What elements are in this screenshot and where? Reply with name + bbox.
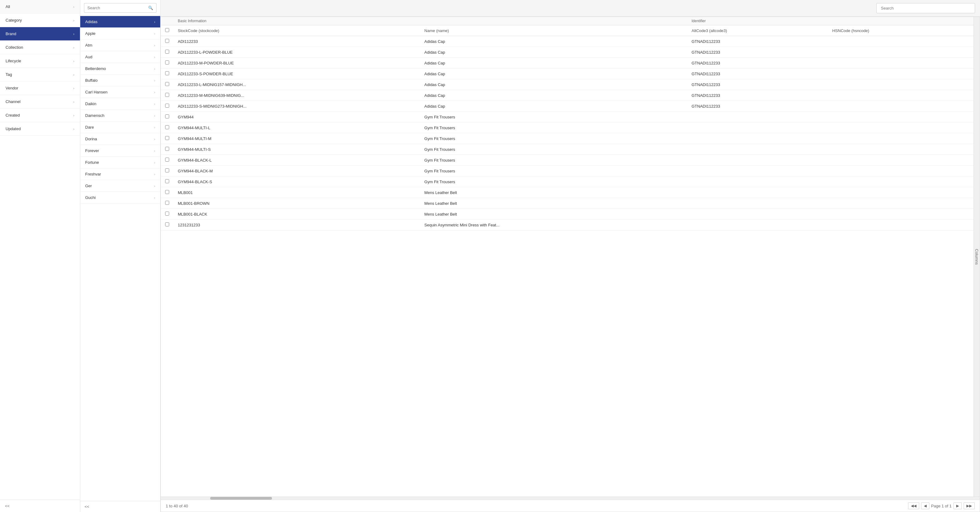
brand-item-adidas[interactable]: Adidas› [80,16,160,28]
brand-item-betterdemo[interactable]: Betterdemo› [80,63,160,75]
row-checkbox-cell[interactable] [161,155,173,166]
brand-item-aud[interactable]: Aud› [80,51,160,63]
brand-item-fortune[interactable]: Fortune› [80,157,160,168]
page-next-button[interactable]: ▶ [953,502,962,509]
row-checkbox-cell[interactable] [161,198,173,209]
sidebar-item-tag[interactable]: Tag› [0,68,80,81]
brand-item-forever[interactable]: Forever› [80,145,160,157]
row-checkbox[interactable] [165,71,169,75]
row-checkbox-cell[interactable] [161,166,173,176]
row-checkbox-cell[interactable] [161,144,173,155]
brand-item-carl-hansen[interactable]: Carl Hansen› [80,86,160,98]
checkbox-all-header[interactable] [161,25,173,36]
sidebar-item-created[interactable]: Created› [0,109,80,122]
row-checkbox[interactable] [165,39,169,43]
cell-hsncode [828,198,974,209]
main-search-input[interactable] [876,3,975,13]
sidebar-item-category[interactable]: Category› [0,14,80,27]
row-checkbox-cell[interactable] [161,209,173,220]
row-checkbox[interactable] [165,50,169,54]
row-checkbox[interactable] [165,114,169,119]
left-sidebar-collapse[interactable]: << [0,500,80,512]
columns-panel-toggle[interactable]: Columns [974,17,980,496]
row-checkbox-cell[interactable] [161,58,173,68]
brand-item-atm[interactable]: Atm› [80,40,160,51]
cell-altcode3: GTNADI112233 [687,90,828,101]
row-checkbox-cell[interactable] [161,176,173,187]
main-content: Basic InformationIdentifier StockCode (s… [161,0,980,512]
row-checkbox[interactable] [165,125,169,129]
sidebar-item-channel[interactable]: Channel› [0,95,80,109]
cell-hsncode [828,176,974,187]
brand-item-label: Adidas [85,19,97,24]
sidebar-item-all[interactable]: All› [0,0,80,14]
sidebar-item-updated[interactable]: Updated› [0,122,80,136]
row-checkbox-cell[interactable] [161,187,173,198]
row-checkbox-cell[interactable] [161,36,173,47]
row-checkbox-cell[interactable] [161,112,173,122]
page-info: Page 1 of 1 [931,504,952,508]
row-checkbox[interactable] [165,136,169,140]
row-checkbox[interactable] [165,104,169,108]
page-first-button[interactable]: ◀◀ [908,502,919,509]
row-checkbox-cell[interactable] [161,133,173,144]
col-header-altcode3[interactable]: AltCode3 (altcode3) [687,25,828,36]
row-checkbox[interactable] [165,190,169,194]
cell-altcode3 [687,144,828,155]
row-checkbox[interactable] [165,158,169,162]
row-checkbox[interactable] [165,212,169,216]
row-checkbox[interactable] [165,222,169,227]
brand-item-apple[interactable]: Apple› [80,28,160,40]
col-header-stockcode[interactable]: StockCode (stockcode) [173,25,420,36]
sidebar-item-brand[interactable]: Brand› [0,27,80,41]
sidebar-item-collection[interactable]: Collection› [0,41,80,54]
cell-name: Gym Fit Trousers [420,176,687,187]
brand-item-daikin[interactable]: Daikin› [80,98,160,110]
brand-item-ger[interactable]: Ger› [80,180,160,192]
row-checkbox[interactable] [165,60,169,65]
chevron-right-icon: › [154,79,155,82]
row-checkbox-cell[interactable] [161,122,173,133]
row-checkbox[interactable] [165,168,169,173]
brand-item-freshvar[interactable]: Freshvar› [80,168,160,180]
row-checkbox[interactable] [165,179,169,183]
brand-item-guchi[interactable]: Guchi› [80,192,160,204]
brand-search-input[interactable] [84,3,145,13]
select-all-checkbox[interactable] [165,28,169,32]
col-header-name[interactable]: Name (name) [420,25,687,36]
sidebar-item-lifecycle[interactable]: Lifecycle› [0,54,80,68]
row-checkbox[interactable] [165,93,169,97]
row-checkbox-cell[interactable] [161,47,173,58]
table-row: 1231231233Sequin Asymmetric Mini Dress w… [161,220,974,230]
table-row: GYM944Gym Fit Trousers [161,112,974,122]
sidebar-item-vendor[interactable]: Vendor› [0,81,80,95]
table-row: MLB001Mens Leather Belt [161,187,974,198]
row-checkbox-cell[interactable] [161,90,173,101]
table-container[interactable]: Basic InformationIdentifier StockCode (s… [161,17,974,496]
cell-altcode3 [687,155,828,166]
brand-item-damensch[interactable]: Damensch› [80,110,160,122]
sidebar-item-label: All [6,4,10,9]
horizontal-scrollbar[interactable] [161,496,980,500]
columns-label: Columns [974,249,979,265]
brand-item-dorina[interactable]: Dorina› [80,133,160,145]
chevron-right-icon: › [154,125,155,129]
row-checkbox[interactable] [165,82,169,86]
brand-item-label: Damensch [85,113,104,118]
brand-search-button[interactable]: 🔍 [145,3,156,13]
col-header-hsncode[interactable]: HSNCode (hsncode) [828,25,974,36]
row-checkbox-cell[interactable] [161,220,173,230]
page-last-button[interactable]: ▶▶ [964,502,975,509]
row-checkbox-cell[interactable] [161,68,173,79]
middle-panel-collapse[interactable]: << [80,501,160,512]
brand-item-dare[interactable]: Dare› [80,122,160,133]
chevron-right-icon: › [73,5,75,9]
cell-stockcode: MLB001-BROWN [173,198,420,209]
row-checkbox-cell[interactable] [161,101,173,112]
row-checkbox-cell[interactable] [161,79,173,90]
cell-stockcode: MLB001-BLACK [173,209,420,220]
page-prev-button[interactable]: ◀ [921,502,929,509]
row-checkbox[interactable] [165,201,169,205]
row-checkbox[interactable] [165,147,169,151]
brand-item-buffalo[interactable]: Buffalo› [80,75,160,86]
